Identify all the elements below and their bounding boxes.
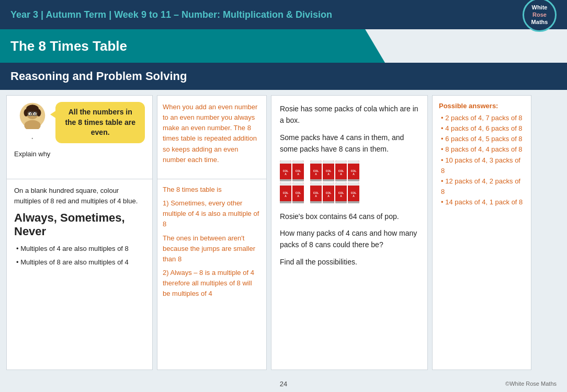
- page-number: 24: [192, 380, 375, 388]
- can-11: COLA: [335, 182, 347, 203]
- can-9: COLA: [310, 182, 322, 203]
- svg-point-8: [29, 113, 31, 115]
- can-1: COLA: [280, 160, 291, 181]
- can-3: COLA: [280, 182, 291, 203]
- panel-4: Possible answers: • 2 packs of 4, 7 pack…: [432, 95, 531, 370]
- panel-1-top: · Explain why All the numbers in the 8 t…: [7, 96, 152, 179]
- possible-answers-title: Possible answers:: [439, 102, 525, 110]
- panel-2-item-1: 1) Sometimes, every other multiple of 4 …: [163, 198, 261, 229]
- can-12: COLA: [348, 182, 359, 203]
- panel-2-top-text: When you add an even number to an even n…: [163, 102, 261, 165]
- answer-item-5: • 10 packs of 4, 3 packs of 8: [439, 155, 525, 176]
- copyright-text: ©White Rose Maths: [375, 381, 557, 387]
- footer: 24 ©White Rose Maths: [0, 375, 567, 392]
- can-2: COLA: [292, 160, 304, 181]
- can-10: COLA: [323, 182, 334, 203]
- header-year: Year 3: [10, 9, 38, 20]
- bullet-item-1: • Multiples of 4 are also multiples of 8: [14, 244, 145, 253]
- answer-item-4: • 8 packs of 4, 4 packs of 8: [439, 144, 525, 155]
- wrm-logo: White Rose Maths: [523, 0, 557, 32]
- cola-text-2: Some packs have 4 cans in them, and some…: [280, 132, 419, 155]
- cans-illustration: COLA COLA COLA COLA COLA COLA COLA COLA …: [280, 160, 419, 203]
- always-sometimes-never-title: Always, Sometimes, Never: [14, 211, 145, 239]
- cola-text-3: Rosie's box contains 64 cans of pop.: [280, 211, 419, 222]
- panel-3: Rosie has some packs of cola which are i…: [271, 95, 428, 370]
- cola-text-5: Find all the possibilities.: [280, 256, 419, 268]
- panel-2-item-3: 2) Always – 8 is a multiple of 4 therefo…: [163, 268, 261, 299]
- panel-2-top: When you add an even number to an even n…: [157, 96, 266, 179]
- main-content: · Explain why All the numbers in the 8 t…: [0, 90, 567, 375]
- header-week: Week 9 to 11 – Number: Multiplication & …: [114, 9, 332, 20]
- header: Year 3 | Autumn Term | Week 9 to 11 – Nu…: [0, 0, 567, 29]
- panel-2: When you add an even number to an even n…: [157, 95, 267, 370]
- bullet-item-2: • Multiples of 8 are also multiples of 4: [14, 258, 145, 267]
- can-4: COLA: [292, 182, 304, 203]
- can-group-8: COLA COLA COLA COLA COLA COLA COLA COLA: [310, 160, 360, 203]
- header-separator2: |: [109, 9, 114, 20]
- panel-2-bottom-title: The 8 times table is: [163, 185, 261, 195]
- subtitle-text: Reasoning and Problem Solving: [10, 70, 187, 83]
- logo-line1: White: [532, 4, 548, 11]
- panel-4-content: Possible answers: • 2 packs of 4, 7 pack…: [433, 96, 531, 370]
- can-7: COLA: [335, 160, 347, 181]
- header-term: Autumn Term: [46, 9, 106, 20]
- cola-text-1: Rosie has some packs of cola which are i…: [280, 103, 419, 126]
- can-group-4: COLA COLA COLA COLA: [280, 160, 305, 203]
- can-8: COLA: [348, 160, 359, 181]
- can-6: COLA: [323, 160, 334, 181]
- title-banner: The 8 Times Table: [0, 29, 397, 63]
- subtitle-banner: Reasoning and Problem Solving: [0, 63, 567, 90]
- cola-text-4: How many packs of 4 cans and how many pa…: [280, 227, 419, 251]
- answer-item-6: • 12 packs of 4, 2 packs of 8: [439, 176, 525, 197]
- hundred-square-text: On a blank hundred square, colour multip…: [14, 186, 145, 206]
- speech-bubble-text: All the numbers in the 8 times table are…: [65, 108, 135, 136]
- panel-3-content: Rosie has some packs of cola which are i…: [271, 96, 427, 370]
- logo-line2: Rose: [532, 11, 547, 18]
- can-5: COLA: [310, 160, 322, 181]
- svg-point-9: [34, 113, 36, 115]
- panel-2-item-2: The ones in between aren't because the j…: [163, 233, 261, 264]
- speech-bubble: All the numbers in the 8 times table are…: [55, 102, 145, 143]
- header-title: Year 3 | Autumn Term | Week 9 to 11 – Nu…: [10, 9, 332, 20]
- dot-decoration: ·: [31, 132, 34, 143]
- panel-2-bottom: The 8 times table is 1) Sometimes, every…: [157, 179, 266, 370]
- panel-1-bottom: On a blank hundred square, colour multip…: [7, 179, 152, 370]
- title-banner-wrapper: The 8 Times Table: [0, 29, 567, 63]
- answer-item-1: • 2 packs of 4, 7 packs of 8: [439, 113, 525, 123]
- answer-item-2: • 4 packs of 4, 6 packs of 8: [439, 123, 525, 134]
- avatar-icon: [19, 102, 46, 129]
- panel-1: · Explain why All the numbers in the 8 t…: [6, 95, 153, 370]
- logo-line3: Maths: [531, 18, 548, 26]
- answer-item-3: • 6 packs of 4, 5 packs of 8: [439, 134, 525, 144]
- title-text: The 8 Times Table: [10, 38, 127, 54]
- answer-item-7: • 14 packs of 4, 1 pack of 8: [439, 197, 525, 207]
- explain-why-label: Explain why: [14, 150, 50, 158]
